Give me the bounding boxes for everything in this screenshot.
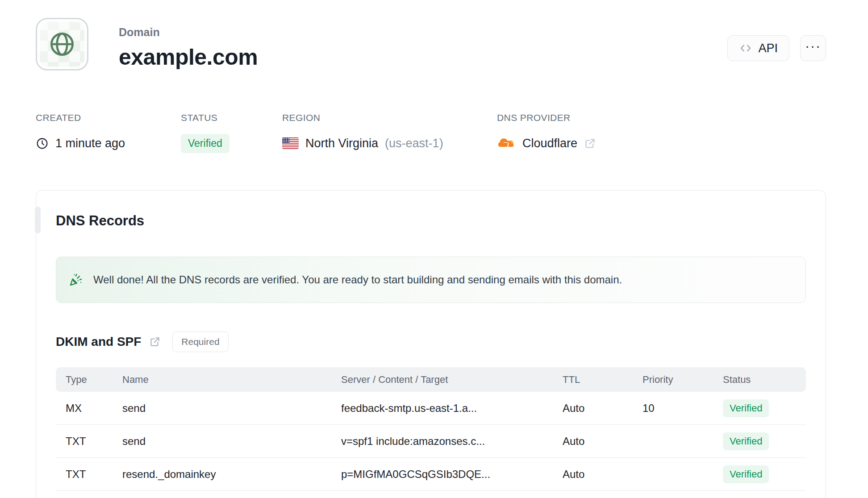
page-header: Domain example.com API ···: [36, 18, 826, 71]
success-banner: Well done! All the DNS records are verif…: [56, 257, 806, 303]
status-badge: Verified: [181, 134, 230, 153]
created-value: 1 minute ago: [55, 137, 125, 150]
table-header-row: Type Name Server / Content / Target TTL …: [56, 367, 806, 392]
domain-avatar: [36, 18, 88, 71]
col-header-name: Name: [122, 374, 341, 386]
more-options-button[interactable]: ···: [800, 35, 826, 61]
meta-created: CREATED 1 minute ago: [36, 112, 181, 153]
domain-meta: CREATED 1 minute ago STATUS Verified REG…: [36, 112, 826, 153]
dns-provider-value: Cloudflare: [522, 137, 577, 150]
meta-dns-provider: DNS PROVIDER Cloudflare: [497, 112, 596, 153]
cell-type: TXT: [66, 435, 122, 448]
col-header-ttl: TTL: [563, 374, 643, 386]
banner-message: Well done! All the DNS records are verif…: [93, 274, 622, 286]
api-button-label: API: [758, 42, 778, 55]
clock-icon: [36, 137, 49, 150]
cell-type: MX: [66, 402, 122, 415]
cell-content: p=MIGfMA0GCSqGSIb3DQE...: [341, 468, 563, 481]
region-label: REGION: [282, 112, 497, 123]
status-label: STATUS: [181, 112, 282, 123]
dns-records-table: Type Name Server / Content / Target TTL …: [56, 367, 806, 491]
table-row: MX send feedback-smtp.us-east-1.a... Aut…: [56, 392, 806, 425]
col-header-priority: Priority: [643, 374, 723, 386]
cloudflare-icon: [497, 137, 516, 149]
domain-page: Domain example.com API ··· CREATED: [0, 0, 868, 498]
cell-name: resend._domainkey: [122, 468, 341, 481]
dns-records-title: DNS Records: [56, 213, 806, 229]
cell-priority: 10: [643, 402, 723, 415]
page-eyebrow: Domain: [119, 26, 258, 39]
cell-type: TXT: [66, 468, 122, 481]
dns-records-card: DNS Records Well done! All the DNS recor…: [36, 190, 826, 498]
cell-name: send: [122, 402, 341, 415]
dkim-spf-section-header: DKIM and SPF Required: [56, 332, 806, 352]
dkim-spf-title: DKIM and SPF: [56, 335, 141, 349]
required-badge: Required: [172, 332, 228, 352]
card-side-tab: [35, 207, 41, 233]
us-flag-icon: [282, 137, 299, 149]
globe-icon: [47, 29, 77, 59]
row-status-badge: Verified: [723, 465, 769, 483]
meta-status: STATUS Verified: [181, 112, 282, 153]
code-icon: [739, 42, 752, 55]
cell-ttl: Auto: [563, 435, 643, 448]
ellipsis-icon: ···: [805, 46, 821, 50]
row-status-badge: Verified: [723, 432, 769, 450]
col-header-type: Type: [66, 374, 122, 386]
dns-provider-label: DNS PROVIDER: [497, 112, 596, 123]
external-link-icon[interactable]: [584, 137, 596, 149]
created-label: CREATED: [36, 112, 181, 123]
region-value: North Virginia: [305, 137, 378, 150]
col-header-status: Status: [723, 374, 806, 386]
col-header-content: Server / Content / Target: [341, 374, 563, 386]
page-title: example.com: [119, 44, 258, 70]
table-row: TXT resend._domainkey p=MIGfMA0GCSqGSIb3…: [56, 458, 806, 491]
cell-name: send: [122, 435, 341, 448]
cell-content: v=spf1 include:amazonses.c...: [341, 435, 563, 448]
region-code: (us-east-1): [385, 137, 443, 150]
table-row: TXT send v=spf1 include:amazonses.c... A…: [56, 425, 806, 458]
meta-region: REGION North Virginia (us-east-1): [282, 112, 497, 153]
title-block: Domain example.com: [119, 18, 258, 70]
external-link-icon[interactable]: [149, 336, 161, 348]
api-button[interactable]: API: [727, 35, 789, 61]
header-actions: API ···: [727, 18, 826, 61]
cell-ttl: Auto: [563, 468, 643, 481]
cell-ttl: Auto: [563, 402, 643, 415]
cell-content: feedback-smtp.us-east-1.a...: [341, 402, 563, 415]
party-popper-icon: [69, 273, 83, 287]
row-status-badge: Verified: [723, 399, 769, 417]
